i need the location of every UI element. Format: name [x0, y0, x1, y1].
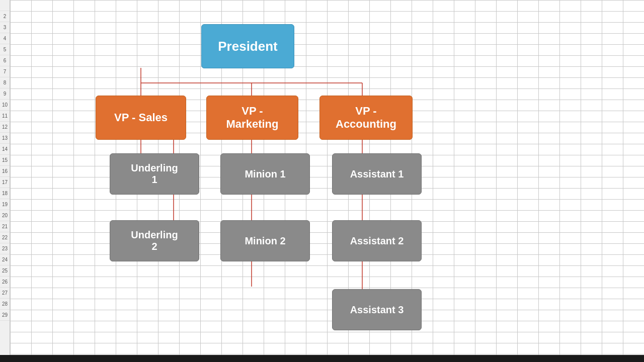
- row-num: 26: [0, 277, 10, 288]
- vp-accounting-node[interactable]: VP - Accounting: [319, 96, 413, 140]
- row-num: 10: [0, 100, 10, 111]
- bottom-bar: [0, 355, 644, 362]
- row-num: 22: [0, 232, 10, 243]
- vp-sales-node[interactable]: VP - Sales: [96, 96, 186, 140]
- underling2-node[interactable]: Underling 2: [110, 220, 199, 261]
- minion2-node[interactable]: Minion 2: [220, 220, 310, 261]
- row-num: 20: [0, 210, 10, 221]
- row-num: 7: [0, 66, 10, 77]
- row-num: 29: [0, 310, 10, 321]
- row-num: 19: [0, 199, 10, 210]
- row-num: 8: [0, 77, 10, 88]
- assistant3-node[interactable]: Assistant 3: [332, 289, 422, 330]
- row-num: 11: [0, 111, 10, 122]
- row-num: 28: [0, 299, 10, 310]
- row-num: 9: [0, 88, 10, 100]
- row-num: 25: [0, 265, 10, 277]
- row-num: 24: [0, 254, 10, 265]
- row-num: 17: [0, 177, 10, 188]
- row-num: 18: [0, 188, 10, 199]
- president-node[interactable]: President: [201, 24, 294, 68]
- row-numbers: 2 3 4 5 6 7 8 9 10 11 12 13 14 15 16 17 …: [0, 0, 10, 362]
- spreadsheet: 2 3 4 5 6 7 8 9 10 11 12 13 14 15 16 17 …: [0, 0, 644, 362]
- row-num: 6: [0, 55, 10, 66]
- assistant2-node[interactable]: Assistant 2: [332, 220, 422, 261]
- row-num: 21: [0, 221, 10, 232]
- row-num: 14: [0, 144, 10, 155]
- assistant1-node[interactable]: Assistant 1: [332, 153, 422, 195]
- row-num: [0, 0, 10, 11]
- row-num: 23: [0, 243, 10, 254]
- row-num: 4: [0, 33, 10, 44]
- row-num: 3: [0, 22, 10, 33]
- row-num: 16: [0, 166, 10, 177]
- row-num: 12: [0, 122, 10, 133]
- vp-marketing-node[interactable]: VP - Marketing: [206, 96, 298, 140]
- row-num: 15: [0, 155, 10, 166]
- row-num: 5: [0, 44, 10, 55]
- row-num: 13: [0, 133, 10, 144]
- row-num: 27: [0, 288, 10, 299]
- grid-area: [0, 0, 644, 362]
- minion1-node[interactable]: Minion 1: [220, 153, 310, 195]
- underling1-node[interactable]: Underling 1: [110, 153, 199, 195]
- row-num: 2: [0, 11, 10, 22]
